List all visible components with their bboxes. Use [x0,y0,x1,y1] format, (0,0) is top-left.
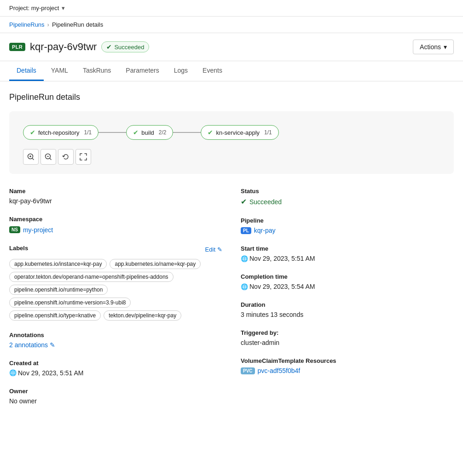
actions-button[interactable]: Actions ▾ [413,40,454,54]
name-value: kqr-pay-6v9twr [9,197,222,205]
tab-events[interactable]: Events [195,61,230,81]
label-tag: tekton.dev/pipeline=kqr-pay [104,310,181,321]
status-value: ✔ Succeeded [241,197,454,206]
pipeline-node-build[interactable]: ✔ build 2/2 [126,125,173,140]
created-at-label: Created at [9,360,222,367]
triggered-by-field: Triggered by: cluster-admin [241,329,454,346]
svg-line-6 [50,158,52,160]
zoom-in-button[interactable] [23,149,39,165]
namespace-link[interactable]: my-project [23,226,53,234]
owner-value: No owner [9,397,222,405]
node-label-fetch: fetch-repository [38,129,80,136]
volume-field: VolumeClaimTemplate Resources PVC pvc-ad… [241,357,454,374]
pipeline-link[interactable]: kqr-pay [254,227,276,234]
annotations-link[interactable]: 2 annotations ✎ [9,341,55,349]
node-label-build: build [141,129,154,136]
pipeline-graph: ✔ fetch-repository 1/1 ✔ build 2/2 ✔ kn-… [9,111,454,174]
label-tag: app.kubernetes.io/name=kqr-pay [110,259,201,269]
breadcrumb-separator: › [47,21,49,28]
project-label: Project: my-project [9,5,59,11]
globe-icon: 🌐 [241,283,248,290]
completion-time-value: 🌐 Nov 29, 2023, 5:54 AM [241,283,454,290]
main-content: PipelineRun details ✔ fetch-repository 1… [0,81,463,427]
node-check-kn: ✔ [208,129,213,136]
status-check-icon: ✔ [241,197,247,206]
section-title: PipelineRun details [9,92,454,102]
pipeline-field: Pipeline PL kqr-pay [241,217,454,234]
tabs: Details YAML TaskRuns Parameters Logs Ev… [0,61,463,81]
name-label: Name [9,188,222,195]
status-label: Status [241,188,454,195]
tab-yaml[interactable]: YAML [44,61,75,81]
namespace-value: NS my-project [9,226,53,234]
tab-details[interactable]: Details [9,61,44,81]
created-at-value: 🌐 Nov 29, 2023, 5:51 AM [9,369,222,377]
label-tag: app.kubernetes.io/instance=kqr-pay [9,259,107,269]
page-title: kqr-pay-6v9twr [30,41,97,53]
svg-line-3 [32,158,34,160]
connector-2 [173,132,201,133]
tab-logs[interactable]: Logs [167,61,195,81]
volume-label: VolumeClaimTemplate Resources [241,357,454,364]
status-badge: ✔ Succeeded [101,41,149,52]
tab-taskruns[interactable]: TaskRuns [75,61,118,81]
pipeline-nodes: ✔ fetch-repository 1/1 ✔ build 2/2 ✔ kn-… [23,125,440,140]
plr-badge: PLR [9,43,25,51]
node-count-build: 2/2 [159,129,167,136]
owner-field: Owner No owner [9,388,222,405]
status-field: Status ✔ Succeeded [241,188,454,206]
globe-icon: 🌐 [241,255,248,262]
status-badge-label: Succeeded [114,44,144,51]
edit-icon: ✎ [217,246,222,253]
label-tag: pipeline.openshift.io/runtime-version=3.… [9,298,131,308]
annotations-field: Annotations 2 annotations ✎ [9,332,222,349]
node-check-build: ✔ [133,129,139,136]
pl-icon: PL [241,227,251,234]
labels-label: Labels [9,245,28,252]
namespace-field: Namespace NS my-project [9,216,222,234]
node-check-fetch: ✔ [30,129,35,136]
edit-labels-link[interactable]: Edit ✎ [205,246,222,253]
pvc-value: PVC pvc-adf55f0b4f [241,367,454,374]
details-grid: Name kqr-pay-6v9twr Namespace NS my-proj… [9,188,454,416]
tab-parameters[interactable]: Parameters [118,61,166,81]
labels-field: Labels Edit ✎ app.kubernetes.io/instance… [9,245,222,321]
actions-label: Actions [420,43,441,51]
labels-header: Labels Edit ✎ [9,245,222,254]
globe-icon: 🌐 [9,369,17,376]
pvc-link[interactable]: pvc-adf55f0b4f [258,367,301,374]
breadcrumb-parent[interactable]: PipelineRuns [9,21,45,28]
breadcrumb: PipelineRuns › PipelineRun details [0,17,463,33]
top-bar: Project: my-project ▾ [0,0,463,17]
node-count-fetch: 1/1 [84,129,92,136]
project-chevron[interactable]: ▾ [62,5,65,11]
created-at-field: Created at 🌐 Nov 29, 2023, 5:51 AM [9,360,222,377]
zoom-out-button[interactable] [41,149,56,165]
completion-time-label: Completion time [241,273,454,280]
start-time-field: Start time 🌐 Nov 29, 2023, 5:51 AM [241,245,454,262]
label-tag: operator.tekton.dev/operand-name=openshi… [9,272,174,282]
graph-controls [23,149,440,165]
pvc-icon: PVC [241,367,255,374]
pipeline-node-kn[interactable]: ✔ kn-service-apply 1/1 [201,125,278,140]
duration-field: Duration 3 minutes 13 seconds [241,301,454,318]
namespace-label: Namespace [9,216,222,223]
check-icon: ✔ [106,43,112,51]
node-label-kn: kn-service-apply [216,129,260,136]
pipeline-label: Pipeline [241,217,454,224]
page-header: PLR kqr-pay-6v9twr ✔ Succeeded Actions ▾ [0,33,463,61]
fullscreen-button[interactable] [75,149,91,165]
triggered-by-value: cluster-admin [241,339,454,346]
actions-chevron: ▾ [444,43,447,51]
annotations-label: Annotations [9,332,222,338]
reset-button[interactable] [58,149,74,165]
completion-time-field: Completion time 🌐 Nov 29, 2023, 5:54 AM [241,273,454,290]
start-time-label: Start time [241,245,454,252]
pencil-icon: ✎ [50,341,55,349]
pipeline-node-fetch[interactable]: ✔ fetch-repository 1/1 [23,125,98,140]
label-tag: pipeline.openshift.io/type=knative [9,310,101,321]
pipeline-value: PL kqr-pay [241,227,454,234]
owner-label: Owner [9,388,222,395]
details-right: Status ✔ Succeeded Pipeline PL kqr-pay S… [241,188,454,416]
breadcrumb-current: PipelineRun details [52,21,103,28]
